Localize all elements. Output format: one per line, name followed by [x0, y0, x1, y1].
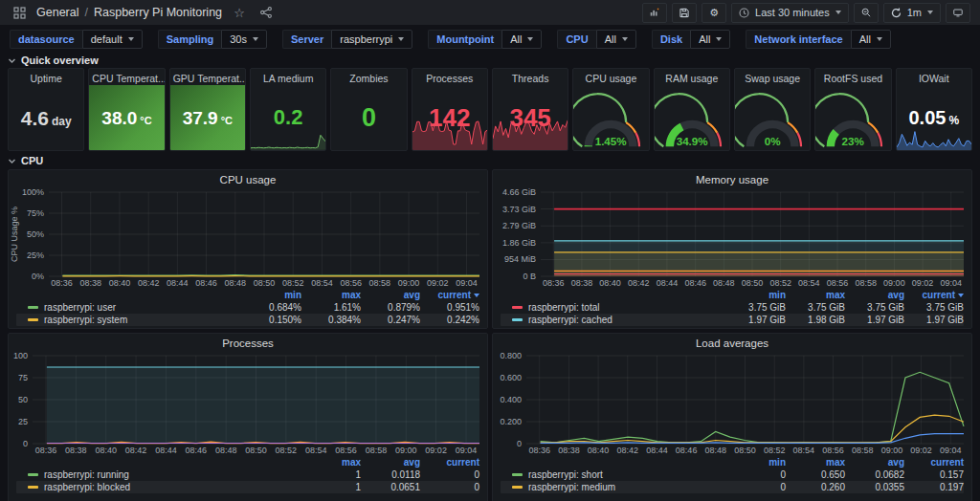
legend-sort-avg[interactable]: avg — [845, 290, 904, 300]
stat-panel-cpu-usage[interactable]: CPU usage1.45% — [572, 68, 649, 151]
series-name[interactable]: raspberrypi: cached — [528, 315, 726, 325]
series-name[interactable]: raspberrypi: total — [528, 302, 726, 313]
series-color-dash[interactable] — [512, 306, 523, 309]
stat-panel-la-medium[interactable]: LA medium0.2 — [250, 68, 326, 151]
series-color-dash[interactable] — [28, 473, 38, 476]
cpu-usage-plot[interactable]: 100%75%50%25%0%08:3608:3808:4008:4208:44… — [9, 187, 487, 289]
legend-value: 0.879% — [361, 302, 420, 313]
legend-value: 0.0355 — [845, 482, 904, 492]
svg-text:09:04: 09:04 — [940, 278, 962, 288]
stat-panel-rootfs-used[interactable]: RootFS used23% — [814, 68, 891, 151]
chevron-down-icon — [253, 37, 258, 41]
svg-text:25%: 25% — [27, 250, 44, 260]
series-color-dash[interactable] — [512, 486, 523, 489]
filter-bar: datasourcedefaultSampling30sServerraspbe… — [0, 25, 980, 53]
processes-plot[interactable]: 100755025008:3608:3808:4008:4208:4408:46… — [9, 351, 487, 456]
legend-sort-max[interactable]: max — [301, 457, 361, 468]
legend-sort-current[interactable]: current — [904, 290, 964, 300]
row-header-cpu[interactable]: CPU — [0, 153, 980, 168]
legend-sort-min[interactable]: min — [726, 457, 786, 468]
legend-value: 0.384% — [301, 315, 361, 325]
stat-panel-swap-usage[interactable]: Swap usage0% — [734, 68, 811, 151]
svg-text:08:40: 08:40 — [109, 278, 131, 288]
filter-pill: datasourcedefault — [10, 30, 143, 49]
stat-title: Processes — [412, 69, 487, 85]
series-name[interactable]: raspberrypi: blocked — [44, 482, 301, 492]
panel-title[interactable]: Memory usage — [493, 170, 971, 187]
filter-value-dropdown[interactable]: default — [82, 30, 143, 49]
star-icon[interactable]: ☆ — [230, 3, 249, 22]
stat-panel-threads[interactable]: Threads345 — [492, 68, 568, 151]
svg-text:08:46: 08:46 — [186, 446, 208, 455]
series-name[interactable]: raspberrypi: running — [44, 469, 301, 480]
legend-sort-current[interactable]: current — [420, 457, 479, 468]
stat-panel-ram-usage[interactable]: RAM usage34.9% — [654, 68, 730, 151]
series-color-dash[interactable] — [512, 473, 523, 476]
memory-usage-plot[interactable]: 4.66 GiB3.73 GiB2.79 GiB1.86 GiB954 MiB0… — [493, 187, 971, 289]
svg-text:34.9%: 34.9% — [676, 135, 708, 147]
series-color-dash[interactable] — [28, 306, 38, 309]
panel-title[interactable]: Load averages — [493, 334, 971, 351]
svg-text:1.45%: 1.45% — [595, 135, 628, 147]
legend-value: 1.61% — [301, 302, 361, 313]
row-header-quick-overview[interactable]: Quick overview — [0, 53, 980, 68]
add-panel-icon[interactable] — [642, 3, 667, 23]
series-color-dash[interactable] — [28, 486, 38, 489]
stat-title: LA medium — [251, 69, 325, 85]
svg-text:0: 0 — [23, 439, 28, 448]
time-range-picker[interactable]: Last 30 minutes — [731, 3, 849, 23]
filter-value-dropdown[interactable]: raspberrypi — [331, 30, 412, 49]
kiosk-mode-icon[interactable] — [946, 3, 970, 23]
panel-processes: Processes 100755025008:3608:3808:4008:42… — [8, 333, 488, 501]
stat-body: 37.9°C — [170, 85, 245, 150]
memory-usage-legend: minmaxavgcurrentraspberrypi: total3.75 G… — [493, 289, 971, 326]
stat-panel-uptime[interactable]: Uptime4.6day — [8, 68, 84, 151]
stat-number: 345 — [509, 105, 550, 130]
legend-sort-avg[interactable]: avg — [845, 457, 904, 468]
svg-text:08:38: 08:38 — [571, 278, 593, 288]
legend-sort-max[interactable]: max — [786, 290, 845, 300]
stat-body: 345 — [493, 85, 568, 150]
share-icon[interactable] — [256, 3, 276, 22]
breadcrumb-folder[interactable]: General — [36, 6, 78, 19]
legend-sort-avg[interactable]: avg — [361, 290, 420, 300]
series-color-dash[interactable] — [512, 318, 523, 321]
svg-text:08:50: 08:50 — [245, 446, 267, 455]
series-color-dash[interactable] — [28, 318, 38, 321]
stat-panel-iowait[interactable]: IOWait0.05% — [896, 68, 972, 151]
series-name[interactable]: raspberrypi: user — [44, 302, 242, 313]
dashboard-settings-icon[interactable]: ⚙ — [702, 3, 726, 23]
filter-value-dropdown[interactable]: All — [851, 30, 891, 49]
top-nav-bar: General / Raspberry Pi Monitoring ☆ ⚙ La… — [0, 0, 980, 25]
zoom-out-icon[interactable] — [854, 3, 879, 23]
apps-grid-icon[interactable] — [10, 3, 29, 22]
filter-value-dropdown[interactable]: All — [501, 30, 542, 49]
legend-sort-current[interactable]: current — [420, 290, 479, 300]
legend-sort-max[interactable]: max — [786, 457, 845, 468]
refresh-picker[interactable]: 1m — [883, 3, 941, 23]
svg-text:09:00: 09:00 — [883, 278, 905, 288]
legend-sort-min[interactable]: min — [242, 290, 301, 300]
save-dashboard-icon[interactable] — [672, 3, 697, 23]
series-name[interactable]: raspberrypi: medium — [528, 482, 726, 492]
panel-title[interactable]: CPU usage — [9, 170, 487, 187]
filter-value-dropdown[interactable]: All — [596, 30, 636, 49]
processes-legend: maxavgcurrentraspberrypi: running10.0118… — [9, 456, 487, 493]
panel-title[interactable]: Processes — [9, 334, 487, 351]
stat-panel-gpu-temperat-[interactable]: GPU Temperat...37.9°C — [169, 68, 246, 151]
filter-value-dropdown[interactable]: 30s — [221, 30, 267, 49]
legend-sort-avg[interactable]: avg — [361, 457, 420, 468]
filter-value-dropdown[interactable]: All — [690, 30, 730, 49]
stat-panel-processes[interactable]: Processes142 — [412, 68, 488, 151]
series-name[interactable]: raspberrypi: short — [528, 469, 726, 480]
legend-sort-min[interactable]: min — [726, 290, 786, 300]
row-title: CPU — [21, 155, 43, 166]
dashboard-title[interactable]: Raspberry Pi Monitoring — [94, 6, 222, 19]
load-averages-plot[interactable]: 0.8000.6000.4000.200008:3608:3808:4008:4… — [493, 351, 971, 456]
stat-panel-cpu-temperat-[interactable]: CPU Temperat...38.0°C — [88, 68, 165, 151]
stat-body: 0.05% — [897, 85, 971, 150]
series-name[interactable]: raspberrypi: system — [44, 315, 242, 325]
legend-sort-current[interactable]: current — [904, 457, 964, 468]
stat-panel-zombies[interactable]: Zombies0 — [330, 68, 407, 151]
legend-sort-max[interactable]: max — [301, 290, 361, 300]
